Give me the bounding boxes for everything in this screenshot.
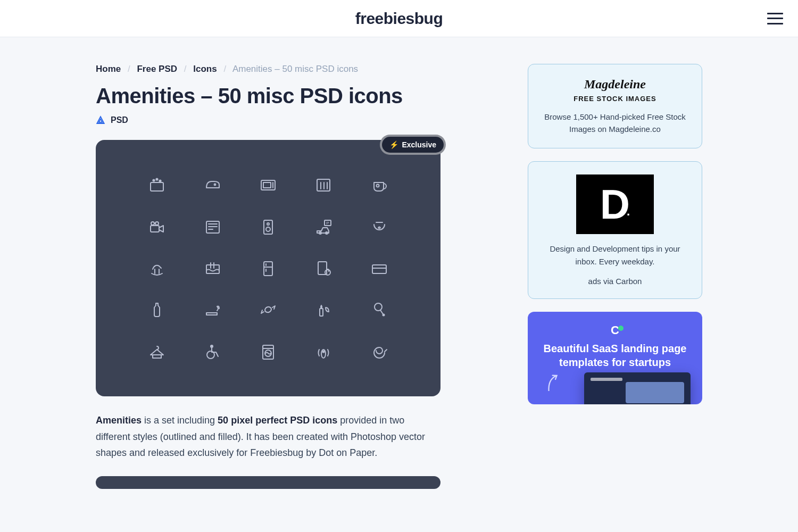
video-camera-icon — [145, 215, 169, 238]
svg-point-32 — [325, 270, 330, 275]
carbon-via-link[interactable]: ads via Carbon — [541, 277, 689, 286]
arrow-icon — [539, 369, 567, 397]
svg-rect-36 — [320, 309, 323, 316]
swirl-icon — [368, 340, 391, 363]
bottles-icon — [312, 173, 335, 196]
svg-point-12 — [155, 222, 159, 225]
psd-triangle-icon — [96, 115, 105, 125]
magdeleine-logo: Magdeleine — [541, 77, 689, 92]
washing-basin-icon — [145, 173, 169, 196]
carbon-ad-text: Design and Development tips in your inbo… — [541, 243, 689, 268]
saas-promo-card[interactable]: C Beautiful SaaS landing page templates … — [528, 312, 702, 404]
carbon-ad-image: D. — [576, 174, 654, 234]
svg-point-19 — [266, 227, 270, 231]
newspaper-icon — [201, 215, 225, 238]
svg-point-37 — [375, 303, 382, 311]
fridge-icon — [256, 256, 280, 280]
svg-point-18 — [267, 223, 269, 225]
svg-point-2 — [156, 179, 158, 180]
fishbowl-icon — [368, 215, 391, 238]
svg-point-39 — [382, 314, 385, 317]
page-title: Amenities – 50 misc PSD icons — [96, 84, 502, 108]
washer-icon — [256, 340, 280, 363]
candy-icon — [256, 298, 280, 321]
promo-title: Beautiful SaaS landing page templates fo… — [539, 342, 691, 369]
secondary-preview — [96, 476, 440, 489]
breadcrumb: Home / Free PSD / Icons / Amenities – 50… — [96, 64, 502, 74]
pool-icon — [201, 256, 225, 280]
rocking-horse-icon — [145, 256, 169, 280]
breadcrumb-icons[interactable]: Icons — [193, 64, 217, 74]
magdeleine-description: Browse 1,500+ Hand-picked Free Stock Ima… — [541, 111, 689, 135]
svg-rect-6 — [263, 182, 271, 188]
preview-image: ⚡ Exclusive P — [96, 140, 440, 396]
svg-point-35 — [264, 306, 272, 314]
svg-point-3 — [160, 180, 161, 182]
coffee-cup-icon — [368, 173, 391, 196]
breadcrumb-freepsd[interactable]: Free PSD — [137, 64, 177, 74]
hanger-icon — [145, 340, 169, 363]
promo-mockup — [584, 372, 691, 404]
speaker-icon — [256, 215, 280, 238]
hamburger-menu-icon[interactable] — [767, 13, 783, 24]
carbon-ad-card[interactable]: D. Design and Development tips in your i… — [528, 161, 702, 299]
breadcrumb-current: Amenities – 50 misc PSD icons — [232, 64, 358, 74]
bottle-icon — [145, 298, 169, 321]
smoking-icon — [201, 298, 225, 321]
svg-line-47 — [385, 350, 387, 352]
svg-point-11 — [151, 222, 154, 225]
svg-point-9 — [376, 185, 379, 187]
format-tag[interactable]: PSD — [111, 115, 128, 125]
remote-sensor-icon — [312, 340, 335, 363]
breadcrumb-home[interactable]: Home — [96, 64, 121, 74]
promo-c-logo-icon: C — [611, 323, 619, 337]
description-text: Amenities is a set including 50 pixel pe… — [96, 412, 440, 461]
svg-text:P: P — [327, 221, 329, 226]
svg-rect-27 — [264, 262, 272, 276]
svg-rect-42 — [263, 345, 273, 359]
wheelchair-icon — [201, 340, 225, 363]
svg-rect-10 — [151, 226, 159, 232]
microwave-icon — [256, 173, 280, 196]
svg-rect-33 — [372, 265, 386, 273]
svg-point-4 — [214, 184, 215, 186]
magdeleine-card[interactable]: Magdeleine FREE STOCK IMAGES Browse 1,50… — [528, 64, 702, 148]
tennis-icon — [368, 298, 391, 321]
candle-leaf-icon — [312, 298, 335, 321]
svg-rect-0 — [151, 182, 163, 191]
credit-card-icon — [368, 256, 391, 280]
magdeleine-subtitle: FREE STOCK IMAGES — [541, 95, 689, 103]
site-brand[interactable]: freebiesbug — [355, 10, 443, 28]
exclusive-badge: ⚡ Exclusive — [382, 137, 444, 153]
svg-point-46 — [323, 351, 325, 352]
iron-icon — [201, 173, 225, 196]
svg-point-1 — [153, 180, 155, 181]
lock-screen-icon — [312, 256, 335, 280]
parking-icon: P — [312, 215, 335, 238]
